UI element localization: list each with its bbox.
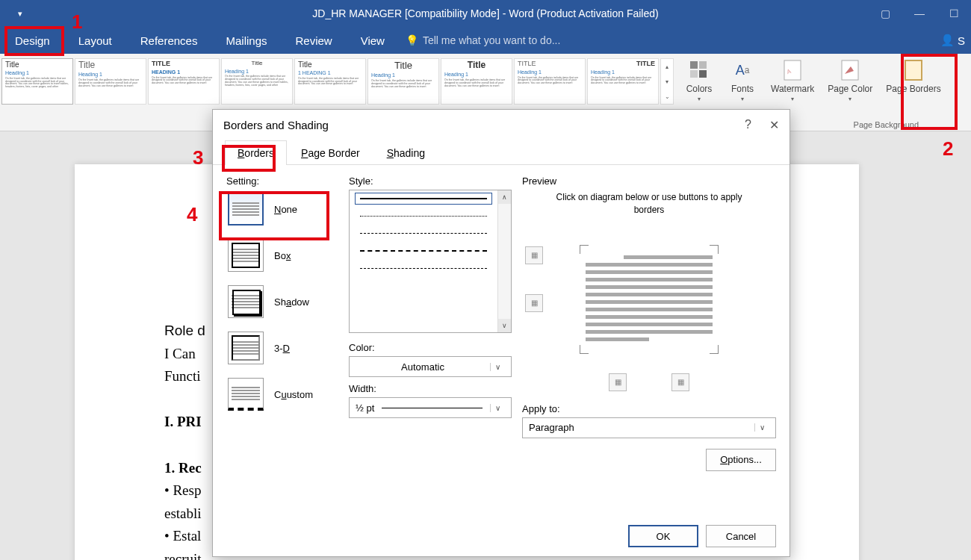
tab-view[interactable]: View (353, 28, 392, 53)
bulb-icon: 💡 (406, 34, 418, 46)
fonts-icon: Aa (730, 58, 754, 82)
colors-button[interactable]: Colors▾ (680, 57, 719, 104)
style-thumb[interactable]: TITLE HEADING 1 On the Insert tab, the g… (148, 58, 220, 105)
dialog-title: Borders and Shading (223, 119, 329, 131)
svg-rect-2 (690, 70, 698, 78)
style-thumb[interactable]: TITLE Heading 1 On the Insert tab, the g… (587, 58, 659, 105)
maximize-icon[interactable]: ☐ (937, 0, 971, 27)
style-option-solid[interactable] (360, 198, 487, 199)
style-thumb[interactable]: Title Heading 1 On the Insert tab, the g… (367, 58, 439, 105)
width-label: Width: (349, 383, 512, 394)
window-title: JD_HR MANAGER [Compatibility Mode] - Wor… (312, 7, 658, 19)
dialog-tab-borders[interactable]: Borders (225, 140, 287, 165)
setting-shadow[interactable]: Shadow (226, 284, 338, 320)
colors-icon (687, 58, 711, 82)
chevron-down-icon: ∨ (490, 363, 505, 371)
dialog-tab-shading[interactable]: Shading (374, 140, 438, 165)
color-dropdown[interactable]: Automatic ∨ (349, 356, 512, 377)
svg-rect-1 (699, 61, 707, 69)
window-controls: ▢ — ☐ (868, 0, 971, 27)
page-color-icon (838, 58, 862, 82)
page-borders-button[interactable]: Page Borders (881, 57, 945, 104)
style-thumb[interactable]: Title Heading 1 On the Insert tab, the g… (1, 58, 73, 105)
preview-label: Preview (522, 175, 776, 187)
style-option-dashdot[interactable] (360, 268, 487, 269)
tab-design[interactable]: Design (7, 28, 58, 53)
callout-number-4: 4 (187, 203, 197, 226)
ribbon-group-label: Page Background (854, 120, 919, 129)
callout-number-3: 3 (193, 146, 203, 169)
ok-button[interactable]: OK (628, 525, 698, 547)
tell-me-search[interactable]: 💡 Tell me what you want to do... (406, 34, 560, 46)
width-dropdown[interactable]: ½ pt ∨ (349, 397, 512, 418)
borders-shading-dialog: Borders and Shading ? ✕ Borders Page Bor… (212, 109, 790, 557)
style-thumb[interactable]: Title Heading 1 On the Insert tab, the g… (221, 58, 293, 105)
watermark-icon: A (781, 58, 804, 82)
dialog-footer: OK Cancel (213, 516, 789, 556)
style-label: Style: (349, 175, 512, 187)
page-color-button[interactable]: Page Color▾ (823, 57, 877, 104)
preview-column: Preview Click on diagram below or use bu… (522, 175, 776, 505)
style-option-dotted[interactable] (360, 216, 487, 217)
ribbon-tabs: Design Layout References Mailings Review… (0, 27, 971, 54)
callout-number-1: 1 (72, 10, 82, 34)
svg-rect-3 (699, 70, 707, 78)
scroll-up-icon[interactable]: ∧ (498, 190, 511, 204)
cancel-button[interactable]: Cancel (706, 525, 776, 547)
chevron-down-icon: ∨ (754, 423, 769, 432)
callout-number-2: 2 (943, 137, 953, 161)
preview-area[interactable]: ▦ ▦ (522, 228, 776, 370)
dialog-titlebar: Borders and Shading ? ✕ (213, 110, 789, 140)
titlebar: ▾ JD_HR MANAGER [Compatibility Mode] - W… (0, 0, 971, 27)
style-option-dashed-small[interactable] (360, 233, 487, 234)
style-thumb[interactable]: TITLE Heading 1 On the Insert tab, the g… (514, 58, 586, 105)
user-icon: 👤 (940, 34, 955, 47)
apply-to-label: Apply to: (522, 403, 776, 414)
border-top-button[interactable]: ▦ (525, 246, 543, 264)
border-right-button[interactable]: ▦ (671, 373, 689, 391)
dialog-tab-page-border[interactable]: Page Border (288, 140, 373, 165)
svg-rect-0 (690, 61, 698, 69)
color-label: Color: (349, 342, 512, 353)
setting-label: Setting: (226, 175, 338, 187)
minimize-icon[interactable]: — (902, 0, 937, 27)
style-list[interactable]: ∧ ∨ (349, 190, 512, 333)
tab-references[interactable]: References (133, 28, 205, 53)
apply-to-dropdown[interactable]: Paragraph ∨ (522, 417, 776, 438)
help-icon[interactable]: ? (745, 118, 751, 132)
setting-column: Setting: None Box Shadow 3-D Cuustom (226, 175, 338, 505)
setting-none[interactable]: None (226, 191, 338, 227)
chevron-down-icon: ∨ (490, 404, 505, 412)
style-scrollbar[interactable]: ∧ ∨ (497, 190, 511, 332)
style-thumb[interactable]: Title Heading 1 On the Insert tab, the g… (441, 58, 512, 105)
preview-hint: Click on diagram below or use buttons to… (522, 191, 776, 217)
fonts-button[interactable]: Aa Fonts▾ (723, 57, 762, 104)
close-icon[interactable]: ✕ (769, 118, 779, 132)
tell-me-placeholder: Tell me what you want to do... (423, 34, 560, 46)
ribbon-display-icon[interactable]: ▢ (868, 0, 902, 27)
style-column: Style: ∧ ∨ Color: Automatic ∨ (349, 175, 512, 505)
page-borders-icon (902, 58, 925, 82)
setting-box[interactable]: Box (226, 237, 338, 273)
svg-rect-7 (905, 60, 922, 80)
border-left-button[interactable]: ▦ (609, 373, 627, 391)
setting-custom[interactable]: Cuustom (226, 376, 338, 412)
setting-3d[interactable]: 3-D (226, 330, 338, 366)
style-option-dashed[interactable] (360, 250, 487, 252)
tab-mailings[interactable]: Mailings (218, 28, 274, 53)
dialog-tabs: Borders Page Border Shading (213, 140, 789, 165)
style-gallery: Title Heading 1 On the Insert tab, the g… (0, 57, 675, 106)
options-button[interactable]: Options... (706, 449, 776, 471)
sign-in[interactable]: 👤 S (940, 34, 965, 47)
qat-dropdown-icon[interactable]: ▾ (18, 9, 22, 19)
watermark-button[interactable]: A Watermark▾ (766, 57, 819, 104)
scroll-down-icon[interactable]: ∨ (498, 319, 511, 332)
tab-review[interactable]: Review (288, 28, 340, 53)
style-thumb[interactable]: Title 1 HEADING 1 On the Insert tab, the… (294, 58, 366, 105)
gallery-more-button[interactable]: ▴▾⌄ (660, 58, 674, 105)
style-thumb[interactable]: Title Heading 1 On the Insert tab, the g… (75, 58, 146, 105)
border-bottom-button[interactable]: ▦ (525, 294, 543, 312)
